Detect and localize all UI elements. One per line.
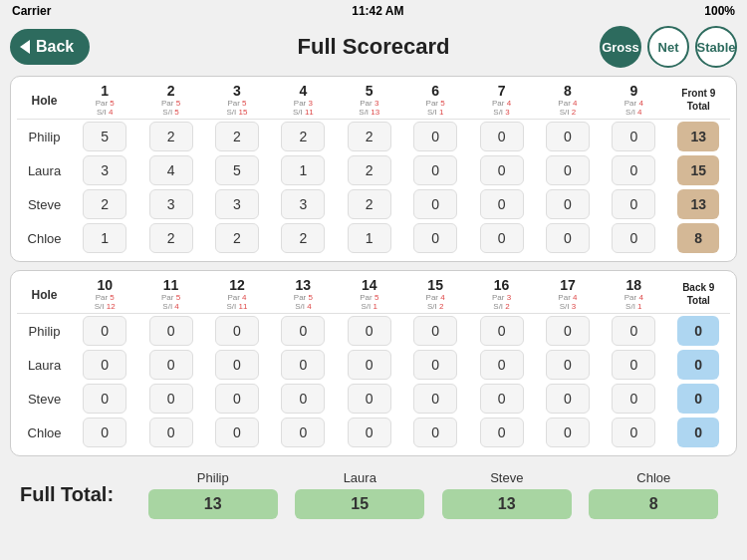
philip-f7[interactable]: 0 [468,120,534,154]
hole-col-header: Hole [17,83,72,120]
laura-f9[interactable]: 0 [601,153,666,187]
laura-f2[interactable]: 4 [137,153,203,187]
back-arrow-icon [20,40,30,54]
header: Back Full Scorecard Gross Net Stable [0,22,747,72]
full-total-players: Philip 13 Laura 15 Steve 13 Chloe 8 [139,470,727,519]
philip-f3[interactable]: 2 [204,120,270,154]
philip-b18[interactable]: 0 [601,314,666,349]
philip-b10[interactable]: 0 [72,314,137,349]
steve-f8[interactable]: 0 [535,187,601,221]
chloe-back-row: Chloe 0 0 0 0 0 0 0 0 0 0 [17,416,730,449]
net-button[interactable]: Net [647,26,689,68]
steve-b10[interactable]: 0 [72,382,137,416]
philip-b13[interactable]: 0 [270,314,336,349]
laura-b12[interactable]: 0 [204,348,270,382]
laura-b14[interactable]: 0 [337,348,402,382]
stable-button[interactable]: Stable [695,26,737,68]
chloe-f7[interactable]: 0 [468,221,534,255]
chloe-b12[interactable]: 0 [204,416,270,449]
philip-b16[interactable]: 0 [468,314,534,349]
chloe-front-row: Chloe 1 2 2 2 1 0 0 0 0 8 [17,221,730,255]
philip-f9[interactable]: 0 [601,120,666,154]
chloe-b14[interactable]: 0 [337,416,402,449]
philip-f2[interactable]: 2 [137,120,203,154]
chloe-f8[interactable]: 0 [535,221,601,255]
philip-total-name: Philip [197,470,229,485]
chloe-b10[interactable]: 0 [72,416,137,449]
steve-f4[interactable]: 3 [270,187,336,221]
chloe-b16[interactable]: 0 [468,416,534,449]
steve-b18[interactable]: 0 [601,382,666,416]
chloe-f1[interactable]: 1 [72,221,137,255]
laura-name-back: Laura [17,348,72,382]
back-nine-section: Hole 10 Par 5 S/I 12 11 Par 5 S/I [10,270,737,456]
laura-b15[interactable]: 0 [402,348,468,382]
steve-f1[interactable]: 2 [72,187,137,221]
steve-f7[interactable]: 0 [468,187,534,221]
steve-b11[interactable]: 0 [137,382,203,416]
steve-b17[interactable]: 0 [535,382,601,416]
laura-b18[interactable]: 0 [601,348,666,382]
philip-b15[interactable]: 0 [402,314,468,349]
steve-f6[interactable]: 0 [402,187,468,221]
philip-front-total: 13 [667,120,730,154]
laura-f5[interactable]: 2 [337,153,402,187]
philip-f8[interactable]: 0 [535,120,601,154]
steve-b15[interactable]: 0 [402,382,468,416]
steve-f5[interactable]: 2 [337,187,402,221]
laura-b16[interactable]: 0 [468,348,534,382]
steve-b14[interactable]: 0 [337,382,402,416]
philip-b11[interactable]: 0 [137,314,203,349]
back-button[interactable]: Back [10,29,90,65]
chloe-b11[interactable]: 0 [137,416,203,449]
chloe-b18[interactable]: 0 [601,416,666,449]
chloe-total-value: 8 [589,489,718,519]
hole-12-header: 12 Par 4 S/I 11 [204,277,270,314]
laura-f6[interactable]: 0 [402,153,468,187]
philip-f4[interactable]: 2 [270,120,336,154]
hole-16-header: 16 Par 3 S/I 2 [468,277,534,314]
laura-f4[interactable]: 1 [270,153,336,187]
laura-f8[interactable]: 0 [535,153,601,187]
laura-b10[interactable]: 0 [72,348,137,382]
steve-f2[interactable]: 3 [137,187,203,221]
chloe-f4[interactable]: 2 [270,221,336,255]
philip-b14[interactable]: 0 [337,314,402,349]
steve-b12[interactable]: 0 [204,382,270,416]
philip-f5[interactable]: 2 [337,120,402,154]
chloe-f6[interactable]: 0 [402,221,468,255]
steve-b13[interactable]: 0 [270,382,336,416]
front-nine-section: Hole 1 Par 5 S/I 4 2 Par 5 S/I 5 [10,76,737,262]
chloe-f2[interactable]: 2 [137,221,203,255]
philip-b17[interactable]: 0 [535,314,601,349]
hole-3-header: 3 Par 5 S/I 15 [204,83,270,120]
steve-front-row: Steve 2 3 3 3 2 0 0 0 0 13 [17,187,730,221]
philip-back-total: 0 [667,314,730,349]
chloe-name-back: Chloe [17,416,72,449]
page-title: Full Scorecard [298,34,450,60]
laura-f1[interactable]: 3 [72,153,137,187]
hole-4-header: 4 Par 3 S/I 11 [270,83,336,120]
back-button-label: Back [36,38,74,56]
steve-b16[interactable]: 0 [468,382,534,416]
laura-b13[interactable]: 0 [270,348,336,382]
philip-f6[interactable]: 0 [402,120,468,154]
gross-button[interactable]: Gross [600,26,641,68]
laura-b11[interactable]: 0 [137,348,203,382]
laura-b17[interactable]: 0 [535,348,601,382]
back-nine-table: Hole 10 Par 5 S/I 12 11 Par 5 S/I [17,277,730,449]
steve-f3[interactable]: 3 [204,187,270,221]
laura-f7[interactable]: 0 [468,153,534,187]
steve-front-total: 13 [667,187,730,221]
chloe-b17[interactable]: 0 [535,416,601,449]
philip-name-back: Philip [17,314,72,349]
chloe-f9[interactable]: 0 [601,221,666,255]
philip-b12[interactable]: 0 [204,314,270,349]
chloe-f5[interactable]: 1 [337,221,402,255]
chloe-b13[interactable]: 0 [270,416,336,449]
philip-f1[interactable]: 5 [72,120,137,154]
laura-f3[interactable]: 5 [204,153,270,187]
steve-f9[interactable]: 0 [601,187,666,221]
chloe-b15[interactable]: 0 [402,416,468,449]
chloe-f3[interactable]: 2 [204,221,270,255]
